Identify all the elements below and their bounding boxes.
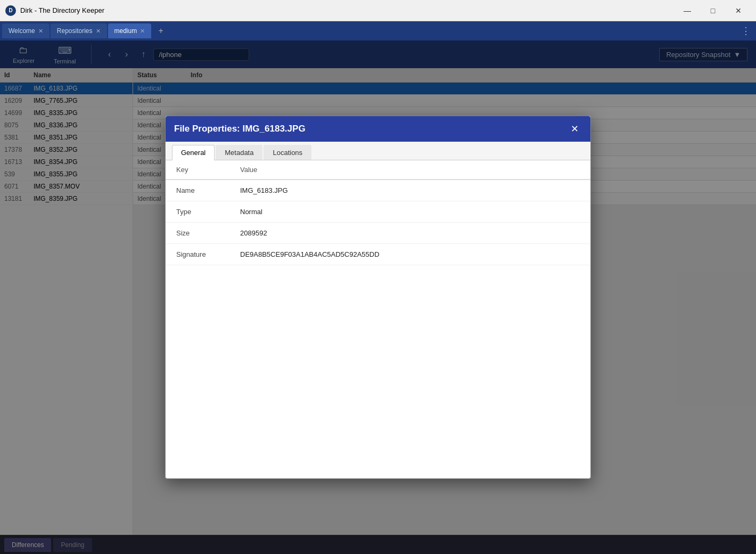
- dialog-tab-metadata[interactable]: Metadata: [216, 145, 262, 160]
- tab-repositories-close[interactable]: ✕: [96, 28, 101, 35]
- properties-table: Key Value Name IMG_6183.JPG Type Normal …: [166, 160, 590, 265]
- tab-medium-label: medium: [114, 27, 137, 35]
- dialog-titlebar: File Properties: IMG_6183.JPG ✕: [166, 116, 590, 142]
- tab-medium[interactable]: medium ✕: [108, 23, 152, 38]
- tab-medium-close[interactable]: ✕: [140, 28, 145, 35]
- close-button[interactable]: ✕: [726, 3, 751, 19]
- dialog-title: File Properties: IMG_6183.JPG: [174, 124, 306, 134]
- property-key: Size: [166, 223, 229, 244]
- dialog-close-button[interactable]: ✕: [567, 121, 582, 136]
- tab-bar: Welcome ✕ Repositories ✕ medium ✕ + ⋮: [0, 21, 756, 40]
- title-bar: D Dirk - The Directory Keeper — □ ✕: [0, 0, 756, 21]
- dialog-empty-space: [166, 265, 590, 478]
- property-row: Type Normal: [166, 201, 590, 223]
- minimize-button[interactable]: —: [675, 3, 700, 19]
- tab-add-button[interactable]: +: [154, 25, 167, 37]
- property-value: IMG_6183.JPG: [229, 180, 590, 201]
- window-controls: — □ ✕: [675, 3, 751, 19]
- property-row: Name IMG_6183.JPG: [166, 180, 590, 201]
- app-body: 🗀 Explorer ⌨ Terminal ‹ › ↑ /iphone Repo…: [0, 40, 756, 554]
- tab-menu-button[interactable]: ⋮: [736, 25, 756, 37]
- tab-welcome[interactable]: Welcome ✕: [2, 23, 50, 38]
- property-key: Name: [166, 180, 229, 201]
- dialog-tab-general[interactable]: General: [172, 145, 215, 160]
- property-value: 2089592: [229, 223, 590, 244]
- property-value: DE9A8B5CE9F03A1AB4AC5AD5C92A55DD: [229, 244, 590, 265]
- tab-welcome-label: Welcome: [9, 27, 35, 35]
- property-value: Normal: [229, 201, 590, 223]
- maximize-button[interactable]: □: [701, 3, 725, 19]
- tab-welcome-close[interactable]: ✕: [38, 28, 43, 35]
- dialog-tabs: General Metadata Locations: [166, 142, 590, 160]
- tab-repositories-label: Repositories: [57, 27, 93, 35]
- modal-overlay: File Properties: IMG_6183.JPG ✕ General …: [0, 40, 756, 554]
- dialog-tab-locations[interactable]: Locations: [264, 145, 311, 160]
- app-icon: D: [5, 5, 16, 16]
- property-key: Signature: [166, 244, 229, 265]
- col-value-header: Value: [229, 160, 590, 180]
- app-title: Dirk - The Directory Keeper: [20, 6, 675, 14]
- property-row: Size 2089592: [166, 223, 590, 244]
- dialog-content: Key Value Name IMG_6183.JPG Type Normal …: [166, 160, 590, 478]
- col-key-header: Key: [166, 160, 229, 180]
- property-key: Type: [166, 201, 229, 223]
- file-properties-dialog: File Properties: IMG_6183.JPG ✕ General …: [165, 116, 591, 479]
- tab-repositories[interactable]: Repositories ✕: [51, 23, 107, 38]
- property-row: Signature DE9A8B5CE9F03A1AB4AC5AD5C92A55…: [166, 244, 590, 265]
